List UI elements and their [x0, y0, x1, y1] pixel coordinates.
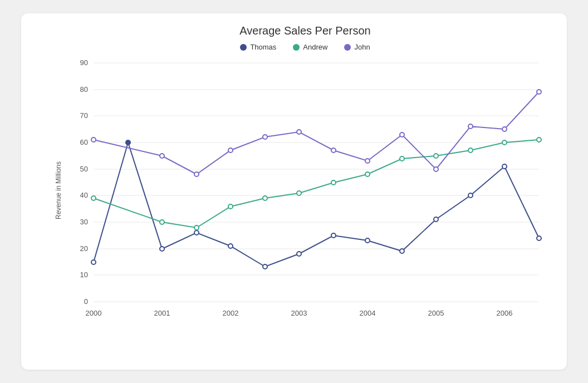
- dot-thomas-7: [331, 233, 336, 238]
- dot-john-8: [365, 159, 370, 163]
- svg-text:10: 10: [80, 271, 88, 279]
- dot-thomas-3: [194, 230, 199, 235]
- legend-label-andrew: Andrew: [303, 43, 327, 51]
- dot-thomas-5: [263, 264, 267, 269]
- dot-john-0: [91, 138, 96, 142]
- svg-text:20: 20: [80, 244, 88, 253]
- legend-item-john: John: [344, 43, 370, 51]
- dot-thomas-10: [434, 217, 438, 222]
- svg-text:2004: 2004: [360, 309, 376, 317]
- dot-thomas-9: [400, 249, 404, 253]
- dot-john-12: [502, 127, 507, 131]
- chart-title: Average Sales Per Person: [60, 24, 550, 37]
- legend-dot-andrew: [293, 44, 300, 51]
- svg-text:50: 50: [80, 165, 88, 173]
- dot-andrew-8: [365, 172, 370, 176]
- dot-thomas-4: [228, 244, 233, 248]
- svg-text:30: 30: [80, 218, 88, 226]
- dot-john-10: [434, 167, 438, 171]
- dot-thomas-1: [126, 140, 130, 145]
- chart-container: Average Sales Per Person Thomas Andrew J…: [21, 13, 567, 370]
- svg-text:90: 90: [80, 58, 88, 67]
- dot-andrew-11: [468, 148, 473, 153]
- legend-dot-thomas: [240, 44, 247, 51]
- chart-area: Revenue in Millions .grid-line { stroke:…: [60, 57, 550, 324]
- dot-john-9: [400, 132, 404, 137]
- legend-label-thomas: Thomas: [250, 43, 276, 51]
- svg-text:0: 0: [84, 297, 88, 306]
- svg-text:2001: 2001: [154, 309, 170, 317]
- svg-text:60: 60: [80, 138, 88, 146]
- line-andrew: [94, 140, 539, 228]
- dot-thomas-0: [91, 260, 96, 264]
- svg-text:2002: 2002: [223, 309, 239, 317]
- chart-legend: Thomas Andrew John: [60, 43, 550, 51]
- dot-john-7: [331, 148, 336, 153]
- dot-john-5: [263, 135, 267, 139]
- dot-andrew-5: [263, 196, 267, 200]
- dot-john-2: [160, 154, 164, 158]
- dot-thomas-8: [365, 238, 370, 243]
- dot-andrew-13: [537, 138, 541, 142]
- line-john: [94, 92, 539, 174]
- dot-john-11: [468, 124, 473, 129]
- svg-text:70: 70: [80, 111, 88, 120]
- legend-item-thomas: Thomas: [240, 43, 276, 51]
- svg-text:80: 80: [80, 85, 88, 94]
- svg-text:2005: 2005: [428, 309, 444, 317]
- dot-andrew-2: [160, 220, 164, 224]
- dot-andrew-12: [502, 140, 507, 145]
- legend-item-andrew: Andrew: [293, 43, 327, 51]
- dot-thomas-12: [502, 164, 507, 169]
- dot-andrew-10: [434, 154, 438, 158]
- y-axis-label: Revenue in Millions: [55, 161, 62, 219]
- dot-andrew-0: [91, 196, 96, 200]
- chart-svg: .grid-line { stroke: #e8e8e8; stroke-wid…: [60, 57, 550, 324]
- dot-andrew-7: [331, 180, 336, 185]
- svg-text:2000: 2000: [86, 309, 102, 317]
- dot-andrew-6: [297, 191, 301, 195]
- dot-thomas-2: [160, 247, 164, 251]
- dot-andrew-4: [228, 204, 233, 209]
- svg-text:2003: 2003: [291, 309, 307, 317]
- dot-john-4: [228, 148, 233, 153]
- dot-thomas-6: [297, 252, 301, 256]
- dot-thomas-11: [468, 193, 473, 198]
- dot-andrew-9: [400, 156, 404, 161]
- dot-thomas-13: [537, 236, 541, 240]
- dot-john-13: [537, 90, 541, 94]
- dot-john-3: [194, 172, 199, 176]
- legend-dot-john: [344, 44, 351, 51]
- dot-john-6: [297, 130, 301, 134]
- svg-text:2006: 2006: [497, 309, 513, 317]
- svg-text:40: 40: [80, 191, 88, 199]
- legend-label-john: John: [354, 43, 370, 51]
- dot-andrew-3: [194, 225, 199, 230]
